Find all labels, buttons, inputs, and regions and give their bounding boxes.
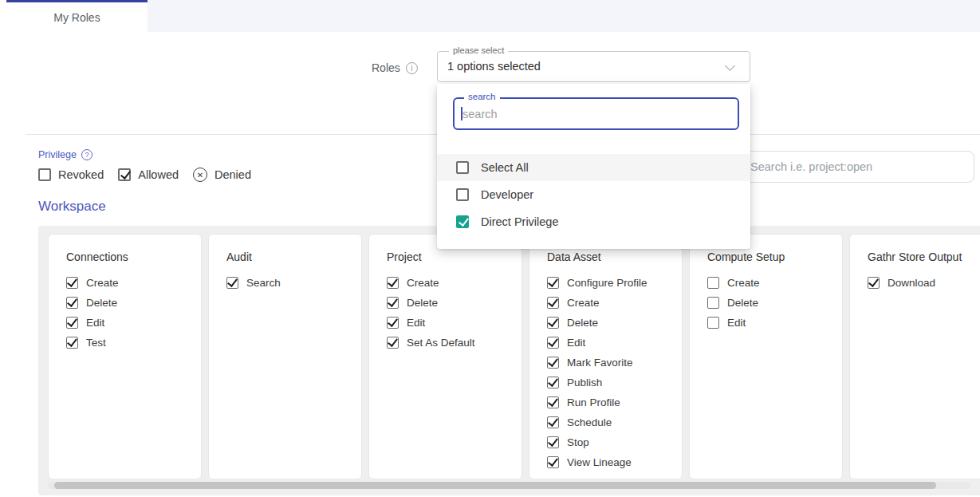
checked-checkbox-icon[interactable] [547,317,559,329]
privilege-row[interactable]: Create [547,295,675,310]
denied-circle-x-icon [193,168,207,182]
checked-checkbox-icon[interactable] [547,357,559,369]
checked-checkbox-icon [118,168,131,181]
checked-checkbox-icon[interactable] [226,277,238,289]
privilege-row[interactable]: Configure Profile [547,275,675,290]
legend-item-allowed: Allowed [118,168,179,181]
info-icon[interactable] [406,62,418,74]
checked-checkbox-icon[interactable] [547,456,559,468]
privilege-row-label: Test [86,337,106,349]
tab-bar: My Roles [0,0,980,32]
checked-checkbox-icon[interactable] [387,297,399,309]
checked-checkbox-icon[interactable] [387,277,399,289]
privilege-row-label: View Lineage [567,456,632,468]
checked-checkbox-icon[interactable] [66,317,78,329]
checked-checkbox-icon[interactable] [547,416,559,428]
privilege-row-label: Download [888,277,935,289]
card-compute-setup: Compute Setup CreateDeleteEdit [689,234,843,479]
privilege-row-label: Search [246,277,281,289]
dropdown-search-floating-label: search [464,92,500,101]
help-icon[interactable] [81,149,92,160]
option-direct-privilege[interactable]: Direct Privilege [437,208,750,235]
checked-checkbox-icon[interactable] [547,396,559,408]
privilege-row-label: Edit [567,337,585,349]
privilege-row[interactable]: View Lineage [547,455,675,470]
card-title: Audit [226,250,355,263]
unchecked-checkbox-icon[interactable] [707,297,719,309]
checked-checkbox-icon[interactable] [547,377,559,389]
privilege-legend-title: Privilege [38,149,92,160]
privilege-row[interactable]: Publish [547,375,675,390]
legend-item-revoked: Revoked [38,168,104,181]
privilege-row-label: Edit [86,317,104,329]
privilege-row[interactable]: Download [868,275,980,290]
privilege-row[interactable]: Stop [547,435,675,450]
card-connections: Connections CreateDeleteEditTest [48,234,202,479]
privilege-row-label: Run Profile [567,396,620,408]
unchecked-checkbox-icon [38,168,51,181]
legend-item-denied: Denied [193,168,251,182]
option-developer[interactable]: Developer [437,181,750,208]
dropdown-options-list: Select All Developer Direct Privilege [437,154,750,235]
tab-my-roles[interactable]: My Roles [6,0,148,32]
privilege-row-label: Create [567,297,600,309]
horizontal-scrollbar-track[interactable] [48,482,970,489]
privilege-row[interactable]: Set As Default [387,335,515,350]
checked-checkbox-icon[interactable] [387,337,399,349]
checked-checkbox-icon[interactable] [547,436,559,448]
legend-allowed-label: Allowed [138,168,179,181]
checked-checkbox-icon[interactable] [456,215,469,228]
roles-label-text: Roles [372,61,400,74]
checked-checkbox-icon[interactable] [547,297,559,309]
card-title: Data Asset [547,250,675,263]
privilege-row[interactable]: Create [66,275,195,290]
checked-checkbox-icon[interactable] [66,297,78,309]
privilege-row[interactable]: Edit [707,315,836,330]
privilege-row[interactable]: Create [707,275,836,290]
privilege-row-label: Edit [407,317,425,329]
unchecked-checkbox-icon[interactable] [456,161,469,174]
privilege-row-label: Mark Favorite [567,357,633,369]
card-data-asset: Data Asset Configure ProfileCreateDelete… [529,234,683,479]
card-items: CreateDeleteEdit [707,275,836,330]
unchecked-checkbox-icon[interactable] [707,317,719,329]
checked-checkbox-icon[interactable] [387,317,399,329]
workspace-section-title: Workspace [38,199,106,215]
checked-checkbox-icon[interactable] [868,277,880,289]
checked-checkbox-icon[interactable] [66,277,78,289]
option-select-all[interactable]: Select All [437,154,750,181]
privilege-row[interactable]: Create [387,275,515,290]
privilege-row[interactable]: Search [226,275,355,290]
unchecked-checkbox-icon[interactable] [456,188,469,201]
privilege-row[interactable]: Delete [66,295,195,310]
privilege-row[interactable]: Mark Favorite [547,355,675,370]
privilege-row[interactable]: Test [66,335,195,350]
search-input[interactable] [740,151,974,183]
card-title: Connections [66,250,195,263]
privilege-row[interactable]: Delete [387,295,515,310]
privilege-row[interactable]: Schedule [547,415,675,430]
privilege-row[interactable]: Run Profile [547,395,675,410]
checked-checkbox-icon[interactable] [547,337,559,349]
legend-denied-label: Denied [214,168,251,181]
card-title: Gathr Store Output [868,250,980,263]
option-label: Select All [481,161,529,174]
card-title: Compute Setup [707,250,836,263]
dropdown-search-field[interactable]: search [453,97,739,130]
privilege-row[interactable]: Delete [547,315,675,330]
tab-bar-background [148,0,980,32]
horizontal-scrollbar-thumb[interactable] [54,482,936,489]
privilege-row[interactable]: Edit [547,335,675,350]
dropdown-search-input[interactable] [462,102,718,126]
privilege-row[interactable]: Edit [66,315,195,330]
unchecked-checkbox-icon[interactable] [707,277,719,289]
privilege-row[interactable]: Edit [387,315,515,330]
checked-checkbox-icon[interactable] [547,277,559,289]
privilege-row-label: Delete [86,297,117,309]
roles-multiselect[interactable]: please select 1 options selected [437,51,750,82]
privilege-row[interactable]: Delete [707,295,836,310]
checked-checkbox-icon[interactable] [66,337,78,349]
card-items: Download [868,275,980,290]
option-label: Direct Privilege [481,215,559,228]
privilege-legend-row: Revoked Allowed Denied [38,168,251,182]
